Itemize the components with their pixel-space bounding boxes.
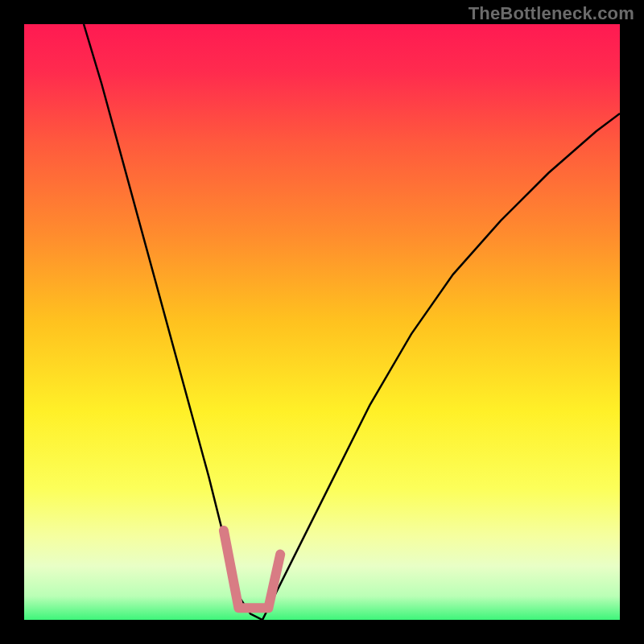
chart-svg bbox=[0, 0, 644, 644]
plot-background bbox=[24, 24, 620, 620]
watermark-text: TheBottleneck.com bbox=[469, 3, 634, 24]
chart-frame: TheBottleneck.com bbox=[0, 0, 644, 644]
